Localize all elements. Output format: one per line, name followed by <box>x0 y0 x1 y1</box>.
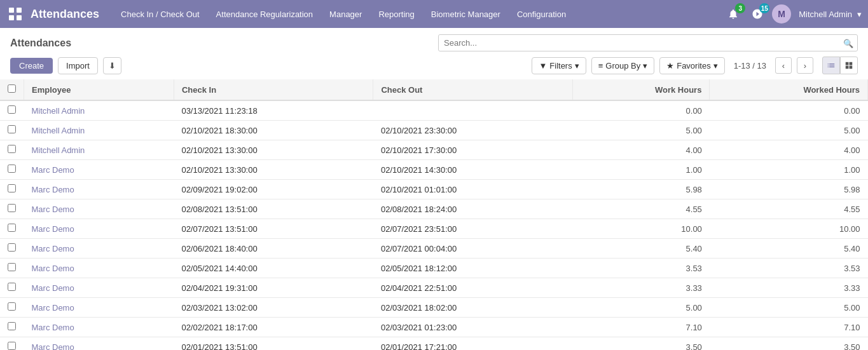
cell-employee[interactable]: Marc Demo <box>24 337 174 351</box>
cell-work-hours: 5.40 <box>572 239 709 259</box>
cell-employee[interactable]: Marc Demo <box>24 318 174 337</box>
row-checkbox[interactable] <box>8 243 16 252</box>
row-checkbox[interactable] <box>8 322 16 330</box>
row-checkbox[interactable] <box>8 184 16 192</box>
cell-employee[interactable]: Marc Demo <box>24 239 174 259</box>
row-checkbox[interactable] <box>8 224 16 232</box>
row-checkbox-cell <box>0 318 24 337</box>
row-checkbox-cell <box>0 180 24 199</box>
cell-check-in: 02/10/2021 18:30:00 <box>174 121 373 140</box>
row-checkbox[interactable] <box>8 165 16 173</box>
filter-icon: ▼ <box>539 61 547 71</box>
cell-check-out: 02/10/2021 23:30:00 <box>373 121 573 140</box>
group-by-button[interactable]: ≡ Group By ▾ <box>591 57 655 74</box>
cell-employee[interactable]: Marc Demo <box>24 219 174 239</box>
cell-worked-hours: 7.10 <box>710 318 868 337</box>
nav-manager[interactable]: Manager <box>322 6 369 23</box>
row-checkbox-cell <box>0 337 24 351</box>
select-all-header <box>0 79 24 100</box>
table-row: Marc Demo 02/03/2021 13:02:00 02/03/2021… <box>0 298 868 318</box>
user-dropdown-icon[interactable]: ▾ <box>857 10 862 19</box>
svg-rect-1 <box>17 8 22 13</box>
cell-worked-hours: 4.55 <box>710 199 868 219</box>
table-row: Mitchell Admin 03/13/2021 11:23:18 0.00 … <box>0 100 868 121</box>
col-header-worked-hours: Worked Hours <box>710 79 868 100</box>
topbar-right: 3 15 M Mitchell Admin ▾ <box>724 4 862 24</box>
cell-check-in: 02/09/2021 19:02:00 <box>174 180 373 199</box>
nav-configuration[interactable]: Configuration <box>509 6 574 23</box>
row-checkbox-cell <box>0 239 24 259</box>
row-checkbox-cell <box>0 298 24 318</box>
row-checkbox-cell <box>0 140 24 160</box>
favorites-button[interactable]: ★ Favorites ▾ <box>659 57 724 74</box>
nav-reporting[interactable]: Reporting <box>371 6 422 23</box>
row-checkbox[interactable] <box>8 145 16 153</box>
import-button[interactable]: Import <box>58 57 98 74</box>
table-row: Marc Demo 02/06/2021 18:40:00 02/07/2021… <box>0 239 868 259</box>
row-checkbox[interactable] <box>8 204 16 212</box>
row-checkbox[interactable] <box>8 342 16 350</box>
cell-check-out: 02/03/2021 18:02:00 <box>373 298 573 318</box>
create-button[interactable]: Create <box>10 58 53 74</box>
cell-employee[interactable]: Marc Demo <box>24 180 174 199</box>
cell-worked-hours: 10.00 <box>710 219 868 239</box>
toolbar: Create Import ⬇ ▼ Filters ▾ ≡ Group By ▾… <box>0 54 868 79</box>
cell-check-in: 02/01/2021 13:51:00 <box>174 337 373 351</box>
row-checkbox[interactable] <box>8 302 16 311</box>
pagination-info: 1-13 / 13 <box>734 61 766 71</box>
cell-employee[interactable]: Marc Demo <box>24 298 174 318</box>
cell-worked-hours: 3.33 <box>710 278 868 298</box>
cell-employee[interactable]: Marc Demo <box>24 160 174 180</box>
cell-check-out: 02/05/2021 18:12:00 <box>373 259 573 278</box>
row-checkbox[interactable] <box>8 105 16 114</box>
cell-employee[interactable]: Mitchell Admin <box>24 140 174 160</box>
notifications-btn[interactable]: 3 <box>724 6 743 22</box>
cell-work-hours: 0.00 <box>572 100 709 121</box>
grid-view-button[interactable] <box>840 57 858 74</box>
cell-check-in: 02/04/2021 19:31:00 <box>174 278 373 298</box>
prev-page-button[interactable]: ‹ <box>775 57 792 74</box>
cell-employee[interactable]: Marc Demo <box>24 199 174 219</box>
filters-button[interactable]: ▼ Filters ▾ <box>532 57 586 74</box>
cell-worked-hours: 5.00 <box>710 298 868 318</box>
cell-employee[interactable]: Marc Demo <box>24 259 174 278</box>
cell-check-in: 02/03/2021 13:02:00 <box>174 298 373 318</box>
row-checkbox-cell <box>0 100 24 121</box>
col-header-work-hours: Work Hours <box>572 79 709 100</box>
cell-worked-hours: 1.00 <box>710 160 868 180</box>
row-checkbox[interactable] <box>8 263 16 271</box>
cell-employee[interactable]: Mitchell Admin <box>24 121 174 140</box>
search-icon[interactable]: 🔍 <box>843 38 853 48</box>
download-button[interactable]: ⬇ <box>103 57 121 74</box>
avatar[interactable]: M <box>772 4 791 24</box>
nav-biometric-manager[interactable]: Biometric Manager <box>424 6 508 23</box>
cell-worked-hours: 0.00 <box>710 100 868 121</box>
nav-attendance-reg[interactable]: Attendance Regularization <box>209 6 321 23</box>
cell-employee[interactable]: Mitchell Admin <box>24 100 174 121</box>
table-row: Marc Demo 02/10/2021 13:30:00 02/10/2021… <box>0 160 868 180</box>
activity-btn[interactable]: 15 <box>748 6 767 22</box>
cell-check-out: 02/03/2021 01:23:00 <box>373 318 573 337</box>
cell-check-in: 02/10/2021 13:30:00 <box>174 160 373 180</box>
search-input[interactable] <box>439 35 857 51</box>
next-page-button[interactable]: › <box>797 57 813 74</box>
row-checkbox[interactable] <box>8 283 16 291</box>
cell-work-hours: 3.53 <box>572 259 709 278</box>
star-icon: ★ <box>666 61 674 71</box>
nav-check-in-out[interactable]: Check In / Check Out <box>113 6 207 23</box>
row-checkbox-cell <box>0 278 24 298</box>
cell-employee[interactable]: Marc Demo <box>24 278 174 298</box>
app-grid-icon[interactable] <box>6 5 24 23</box>
topbar: Attendances Check In / Check Out Attenda… <box>0 0 868 28</box>
table-row: Marc Demo 02/09/2021 19:02:00 02/10/2021… <box>0 180 868 199</box>
notifications-badge: 3 <box>735 3 745 13</box>
select-all-checkbox[interactable] <box>8 84 16 93</box>
cell-work-hours: 5.00 <box>572 121 709 140</box>
username[interactable]: Mitchell Admin <box>799 10 852 19</box>
list-view-button[interactable] <box>822 57 840 74</box>
row-checkbox[interactable] <box>8 125 16 133</box>
cell-worked-hours: 5.98 <box>710 180 868 199</box>
row-checkbox-cell <box>0 219 24 239</box>
cell-worked-hours: 5.40 <box>710 239 868 259</box>
table-row: Marc Demo 02/02/2021 18:17:00 02/03/2021… <box>0 318 868 337</box>
